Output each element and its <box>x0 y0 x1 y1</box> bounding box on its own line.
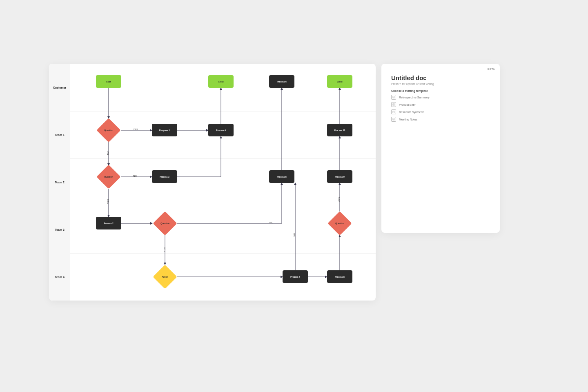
template-label: Product Brief <box>399 103 415 106</box>
node-process-4[interactable]: Process 4 <box>208 124 234 136</box>
swimlane-canvas[interactable]: Customer Team 1 Team 2 Team 3 Team 4 <box>49 64 376 301</box>
edge-label-yes: YES <box>133 128 138 131</box>
template-meeting-notes[interactable]: Meeting Notes <box>391 117 430 122</box>
template-label: Meeting Notes <box>399 118 417 121</box>
edge-label-yes: YES <box>338 197 341 202</box>
lane-label-team3: Team 3 <box>49 206 70 253</box>
node-process-10[interactable]: Process 10 <box>327 124 352 136</box>
node-process-6[interactable]: Process 6 <box>269 75 294 88</box>
template-product-brief[interactable]: Product Brief <box>391 102 430 107</box>
node-progress-1[interactable]: Progress 1 <box>152 124 177 136</box>
node-process-2[interactable]: Process 2 <box>96 217 121 229</box>
edge-label-no: NO <box>133 175 137 177</box>
template-heading: Choose a starting template <box>391 89 428 92</box>
node-process-5[interactable]: Process 5 <box>269 170 294 183</box>
template-retrospective[interactable]: Retrospective Summary <box>391 95 430 100</box>
doc-icon <box>391 117 396 122</box>
doc-panel[interactable]: BETA Untitled doc Press '/' for options … <box>381 64 500 233</box>
edge-label-no: NO <box>107 151 109 155</box>
node-action[interactable]: Action <box>153 265 177 289</box>
lane-label-team2: Team 2 <box>49 158 70 206</box>
node-question-3[interactable]: Question <box>153 211 177 236</box>
doc-icon <box>391 109 396 114</box>
lane-label-customer: Customer <box>49 64 70 111</box>
edge-label-no: NO <box>293 233 296 237</box>
template-research-synthesis[interactable]: Research Synthesis <box>391 109 430 114</box>
node-process-9[interactable]: Process 9 <box>327 170 352 183</box>
lane-header-column: Customer Team 1 Team 2 Team 3 Team 4 <box>49 64 70 301</box>
doc-hint: Press '/' for options or start writing <box>391 82 434 85</box>
svg-rect-0 <box>393 96 395 98</box>
svg-rect-6 <box>393 111 395 113</box>
doc-icon <box>391 95 396 100</box>
lane-divider <box>70 158 376 159</box>
svg-rect-3 <box>393 104 395 106</box>
node-question-4[interactable]: Question <box>327 211 352 236</box>
doc-title[interactable]: Untitled doc <box>391 74 427 81</box>
template-list: Retrospective Summary Product Brief Rese… <box>391 95 430 122</box>
lane-label-team4: Team 4 <box>49 253 70 301</box>
node-process-7[interactable]: Process 7 <box>283 270 308 283</box>
edge-label-no: NO <box>270 221 273 224</box>
node-question-1[interactable]: Question <box>96 118 121 143</box>
lane-divider <box>70 206 376 206</box>
lane-divider <box>70 253 376 254</box>
node-process-3[interactable]: Process 3 <box>152 170 177 183</box>
node-close-1[interactable]: Close <box>208 75 234 88</box>
lane-divider <box>70 111 376 111</box>
template-label: Retrospective Summary <box>399 96 430 99</box>
node-process-8[interactable]: Process 8 <box>327 270 352 283</box>
svg-rect-9 <box>393 118 395 120</box>
template-label: Research Synthesis <box>399 111 424 114</box>
edge-label-yes: YES <box>163 247 166 252</box>
lane-label-team1: Team 1 <box>49 111 70 158</box>
beta-badge: BETA <box>488 68 495 70</box>
edge-label-yes: YES <box>107 199 109 204</box>
node-close-2[interactable]: Close <box>327 75 352 88</box>
node-start[interactable]: Start <box>96 75 121 88</box>
node-question-2[interactable]: Question <box>96 165 121 189</box>
doc-icon <box>391 102 396 107</box>
